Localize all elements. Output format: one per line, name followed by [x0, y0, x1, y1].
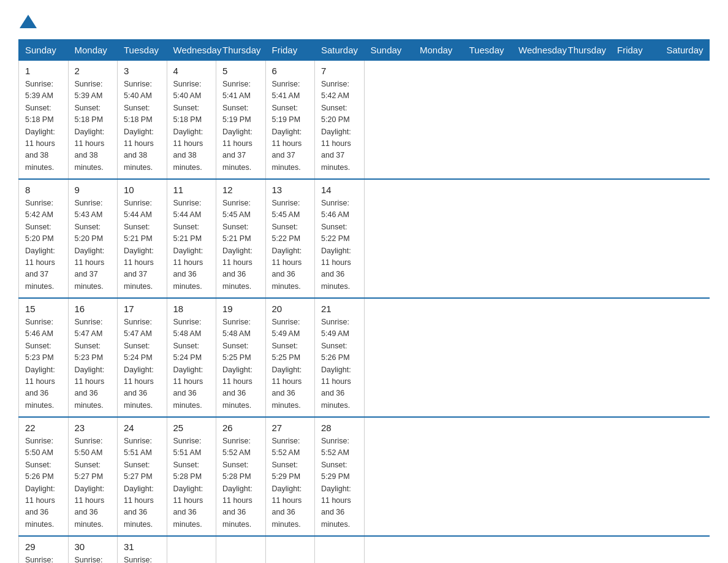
day-info: Sunrise: 5:39 AMSunset: 5:18 PMDaylight:… — [25, 79, 62, 174]
calendar-cell: 5Sunrise: 5:41 AMSunset: 5:19 PMDaylight… — [216, 61, 266, 180]
col-header-tuesday: Tuesday — [118, 40, 167, 61]
calendar-cell: 16Sunrise: 5:47 AMSunset: 5:23 PMDayligh… — [68, 298, 118, 417]
calendar-cell: 3Sunrise: 5:40 AMSunset: 5:18 PMDaylight… — [118, 61, 167, 180]
calendar-cell: 10Sunrise: 5:44 AMSunset: 5:21 PMDayligh… — [118, 179, 167, 298]
col-header-sunday: Sunday — [364, 40, 414, 61]
day-info: Sunrise: 5:50 AMSunset: 5:27 PMDaylight:… — [75, 435, 112, 530]
calendar-cell: 29Sunrise: 5:53 AMSunset: 5:30 PMDayligh… — [19, 536, 69, 563]
page-header — [18, 12, 710, 28]
col-header-thursday: Thursday — [561, 40, 611, 61]
calendar-week-row: 22Sunrise: 5:50 AMSunset: 5:26 PMDayligh… — [19, 417, 710, 536]
calendar-cell: 7Sunrise: 5:42 AMSunset: 5:20 PMDaylight… — [315, 61, 365, 180]
day-number: 3 — [124, 66, 161, 76]
day-info: Sunrise: 5:48 AMSunset: 5:25 PMDaylight:… — [222, 316, 259, 412]
day-number: 23 — [75, 423, 112, 433]
day-info: Sunrise: 5:48 AMSunset: 5:24 PMDaylight:… — [173, 316, 210, 412]
col-header-wednesday: Wednesday — [167, 40, 216, 61]
calendar-cell: 27Sunrise: 5:52 AMSunset: 5:29 PMDayligh… — [265, 417, 315, 536]
calendar-cell — [167, 536, 216, 563]
calendar-table: SundayMondayTuesdayWednesdayThursdayFrid… — [18, 39, 710, 563]
calendar-cell: 14Sunrise: 5:46 AMSunset: 5:22 PMDayligh… — [315, 179, 365, 298]
calendar-cell: 25Sunrise: 5:51 AMSunset: 5:28 PMDayligh… — [167, 417, 216, 536]
calendar-cell: 15Sunrise: 5:46 AMSunset: 5:23 PMDayligh… — [19, 298, 69, 417]
calendar-cell: 8Sunrise: 5:42 AMSunset: 5:20 PMDaylight… — [19, 179, 69, 298]
day-info: Sunrise: 5:52 AMSunset: 5:29 PMDaylight:… — [321, 435, 358, 530]
col-header-thursday: Thursday — [216, 40, 266, 61]
day-info: Sunrise: 5:53 AMSunset: 5:30 PMDaylight:… — [25, 554, 62, 563]
col-header-tuesday: Tuesday — [463, 40, 512, 61]
calendar-cell: 26Sunrise: 5:52 AMSunset: 5:28 PMDayligh… — [216, 417, 266, 536]
day-number: 29 — [25, 542, 62, 552]
day-number: 28 — [321, 423, 358, 433]
day-info: Sunrise: 5:44 AMSunset: 5:21 PMDaylight:… — [173, 197, 210, 293]
calendar-cell: 4Sunrise: 5:40 AMSunset: 5:18 PMDaylight… — [167, 61, 216, 180]
day-number: 21 — [321, 304, 358, 314]
col-header-monday: Monday — [68, 40, 118, 61]
day-number: 18 — [173, 304, 210, 314]
calendar-cell: 24Sunrise: 5:51 AMSunset: 5:27 PMDayligh… — [118, 417, 167, 536]
day-info: Sunrise: 5:51 AMSunset: 5:27 PMDaylight:… — [124, 435, 161, 530]
calendar-cell — [315, 536, 365, 563]
day-number: 10 — [124, 185, 161, 195]
calendar-cell — [216, 536, 266, 563]
col-header-friday: Friday — [611, 40, 661, 61]
calendar-cell — [265, 536, 315, 563]
day-info: Sunrise: 5:41 AMSunset: 5:19 PMDaylight:… — [272, 79, 309, 174]
col-header-saturday: Saturday — [660, 40, 710, 61]
day-number: 5 — [222, 66, 259, 76]
calendar-cell: 1Sunrise: 5:39 AMSunset: 5:18 PMDaylight… — [19, 61, 69, 180]
day-number: 19 — [222, 304, 259, 314]
calendar-cell: 9Sunrise: 5:43 AMSunset: 5:20 PMDaylight… — [68, 179, 118, 298]
day-number: 13 — [272, 185, 309, 195]
day-number: 15 — [25, 304, 62, 314]
day-info: Sunrise: 5:51 AMSunset: 5:28 PMDaylight:… — [173, 435, 210, 530]
day-info: Sunrise: 5:52 AMSunset: 5:29 PMDaylight:… — [272, 435, 309, 530]
col-header-friday: Friday — [265, 40, 315, 61]
calendar-week-row: 15Sunrise: 5:46 AMSunset: 5:23 PMDayligh… — [19, 298, 710, 417]
day-number: 20 — [272, 304, 309, 314]
calendar-cell: 18Sunrise: 5:48 AMSunset: 5:24 PMDayligh… — [167, 298, 216, 417]
day-number: 2 — [75, 66, 112, 76]
day-number: 30 — [75, 542, 112, 552]
calendar-cell: 13Sunrise: 5:45 AMSunset: 5:22 PMDayligh… — [265, 179, 315, 298]
calendar-cell: 19Sunrise: 5:48 AMSunset: 5:25 PMDayligh… — [216, 298, 266, 417]
day-number: 24 — [124, 423, 161, 433]
calendar-week-row: 1Sunrise: 5:39 AMSunset: 5:18 PMDaylight… — [19, 61, 710, 180]
day-info: Sunrise: 5:42 AMSunset: 5:20 PMDaylight:… — [25, 197, 62, 293]
day-info: Sunrise: 5:54 AMSunset: 5:31 PMDaylight:… — [124, 554, 161, 563]
day-info: Sunrise: 5:41 AMSunset: 5:19 PMDaylight:… — [222, 79, 259, 174]
day-info: Sunrise: 5:39 AMSunset: 5:18 PMDaylight:… — [75, 79, 112, 174]
day-info: Sunrise: 5:47 AMSunset: 5:23 PMDaylight:… — [75, 316, 112, 412]
calendar-cell: 30Sunrise: 5:53 AMSunset: 5:30 PMDayligh… — [68, 536, 118, 563]
calendar-week-row: 8Sunrise: 5:42 AMSunset: 5:20 PMDaylight… — [19, 179, 710, 298]
calendar-cell: 22Sunrise: 5:50 AMSunset: 5:26 PMDayligh… — [19, 417, 69, 536]
day-number: 22 — [25, 423, 62, 433]
day-info: Sunrise: 5:49 AMSunset: 5:26 PMDaylight:… — [321, 316, 358, 412]
calendar-cell: 6Sunrise: 5:41 AMSunset: 5:19 PMDaylight… — [265, 61, 315, 180]
calendar-cell: 31Sunrise: 5:54 AMSunset: 5:31 PMDayligh… — [118, 536, 167, 563]
day-number: 16 — [75, 304, 112, 314]
calendar-header-row: SundayMondayTuesdayWednesdayThursdayFrid… — [19, 40, 710, 61]
day-number: 27 — [272, 423, 309, 433]
day-info: Sunrise: 5:53 AMSunset: 5:30 PMDaylight:… — [75, 554, 112, 563]
day-number: 11 — [173, 185, 210, 195]
col-header-wednesday: Wednesday — [512, 40, 562, 61]
day-info: Sunrise: 5:44 AMSunset: 5:21 PMDaylight:… — [124, 197, 161, 293]
calendar-cell: 28Sunrise: 5:52 AMSunset: 5:29 PMDayligh… — [315, 417, 365, 536]
day-info: Sunrise: 5:50 AMSunset: 5:26 PMDaylight:… — [25, 435, 62, 530]
day-number: 31 — [124, 542, 161, 552]
calendar-cell: 20Sunrise: 5:49 AMSunset: 5:25 PMDayligh… — [265, 298, 315, 417]
day-number: 17 — [124, 304, 161, 314]
calendar-week-row: 29Sunrise: 5:53 AMSunset: 5:30 PMDayligh… — [19, 536, 710, 563]
day-info: Sunrise: 5:45 AMSunset: 5:22 PMDaylight:… — [272, 197, 309, 293]
col-header-saturday: Saturday — [315, 40, 365, 61]
calendar-cell: 21Sunrise: 5:49 AMSunset: 5:26 PMDayligh… — [315, 298, 365, 417]
day-number: 8 — [25, 185, 62, 195]
calendar-cell: 2Sunrise: 5:39 AMSunset: 5:18 PMDaylight… — [68, 61, 118, 180]
day-number: 1 — [25, 66, 62, 76]
calendar-cell: 12Sunrise: 5:45 AMSunset: 5:21 PMDayligh… — [216, 179, 266, 298]
day-number: 25 — [173, 423, 210, 433]
col-header-monday: Monday — [414, 40, 463, 61]
day-number: 6 — [272, 66, 309, 76]
day-number: 4 — [173, 66, 210, 76]
